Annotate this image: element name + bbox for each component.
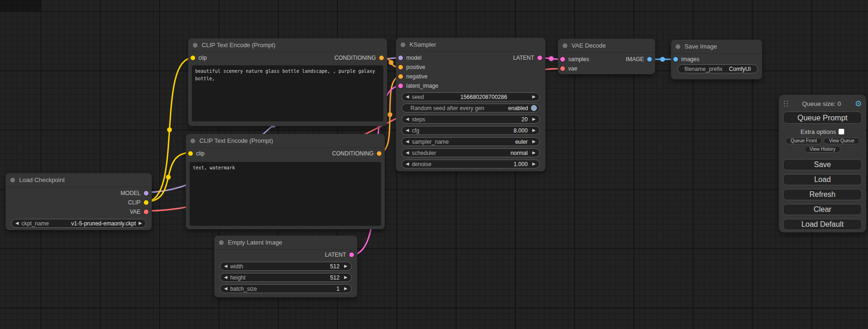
widget-height[interactable]: ◀ height 512 ▶	[220, 273, 352, 282]
arrow-left-icon[interactable]: ◀	[406, 128, 409, 133]
arrow-right-icon[interactable]: ▶	[532, 95, 536, 99]
widget-batch-size[interactable]: ◀ batch_size 1 ▶	[220, 284, 352, 293]
widget-width[interactable]: ◀ width 512 ▶	[220, 262, 352, 271]
arrow-right-icon[interactable]: ▶	[532, 162, 536, 166]
collapse-dot-icon[interactable]	[401, 42, 405, 47]
input-port-images[interactable]	[673, 57, 678, 62]
widget-random-seed-toggle[interactable]: Random seed after every gen enabled	[402, 104, 540, 112]
widget-label: sampler_name	[412, 139, 449, 145]
node-header[interactable]: Save Image	[671, 40, 762, 54]
widget-steps[interactable]: ◀ steps 20 ▶	[402, 115, 540, 124]
collapse-dot-icon[interactable]	[193, 43, 198, 48]
output-label-conditioning: CONDITIONING	[332, 150, 374, 157]
view-history-button[interactable]: View History	[804, 146, 840, 153]
arrow-right-icon[interactable]: ▶	[344, 275, 347, 280]
arrow-right-icon[interactable]: ▶	[532, 151, 536, 155]
link-midpoint-dot-image-to-save	[660, 57, 665, 62]
view-queue-button[interactable]: View Queue	[824, 138, 859, 144]
save-button[interactable]: Save	[783, 159, 862, 170]
collapse-dot-icon[interactable]	[191, 139, 195, 143]
output-label-model: MODEL	[120, 190, 141, 196]
queue-front-button[interactable]: Queue Front	[785, 138, 822, 144]
queue-panel[interactable]: Queue size: 0 ⚙ Queue Prompt Extra optio…	[779, 95, 866, 232]
node-header[interactable]: Empty Latent Image	[214, 236, 357, 250]
input-label-positive: positive	[406, 64, 425, 70]
arrow-left-icon[interactable]: ◀	[406, 140, 409, 144]
arrow-right-icon[interactable]: ▶	[532, 128, 536, 133]
node-header[interactable]: KSampler	[396, 38, 545, 52]
input-port-vae[interactable]	[560, 66, 565, 71]
collapse-dot-icon[interactable]	[563, 43, 567, 48]
input-label-images: images	[681, 56, 699, 63]
node-title: KSampler	[409, 41, 436, 48]
arrow-left-icon[interactable]: ◀	[224, 275, 227, 280]
arrow-left-icon[interactable]: ◀	[406, 95, 409, 99]
output-port-latent[interactable]	[349, 252, 354, 257]
arrow-right-icon[interactable]: ▶	[344, 287, 347, 291]
queue-prompt-button[interactable]: Queue Prompt	[783, 112, 862, 124]
output-label-image: IMAGE	[626, 56, 644, 63]
widget-cfg[interactable]: ◀ cfg 8.000 ▶	[402, 126, 540, 135]
node-clip-text-encode-positive[interactable]: CLIP Text Encode (Prompt) clip CONDITION…	[188, 38, 387, 126]
collapse-dot-icon[interactable]	[676, 44, 680, 49]
node-ksampler[interactable]: KSampler model LATENT positive negative …	[396, 38, 545, 171]
widget-scheduler[interactable]: ◀ scheduler normal ▶	[402, 148, 540, 157]
toggle-knob-icon[interactable]	[531, 105, 537, 111]
arrow-left-icon[interactable]: ◀	[224, 287, 227, 291]
input-port-samples[interactable]	[560, 57, 565, 62]
link-midpoint-dot-negative-conditioning	[388, 112, 392, 117]
load-button[interactable]: Load	[783, 174, 862, 185]
arrow-right-icon[interactable]: ▶	[532, 117, 536, 121]
gear-icon[interactable]: ⚙	[855, 100, 862, 108]
output-port-latent[interactable]	[537, 56, 542, 60]
refresh-button[interactable]: Refresh	[783, 189, 862, 200]
widget-sampler-name[interactable]: ◀ sampler_name euler ▶	[402, 137, 540, 146]
collapse-dot-icon[interactable]	[10, 178, 15, 182]
widget-denoise[interactable]: ◀ denoise 1.000 ▶	[402, 160, 540, 168]
widget-label: denoise	[412, 161, 431, 168]
input-port-positive[interactable]	[398, 65, 403, 70]
input-port-latent-image[interactable]	[398, 84, 403, 88]
input-port-model[interactable]	[398, 56, 403, 60]
collapse-dot-icon[interactable]	[219, 240, 224, 245]
node-header[interactable]: CLIP Text Encode (Prompt)	[186, 134, 385, 148]
output-port-image[interactable]	[647, 57, 652, 62]
arrow-left-icon[interactable]: ◀	[406, 151, 409, 155]
output-port-conditioning[interactable]	[379, 56, 384, 60]
output-port-conditioning[interactable]	[377, 151, 381, 156]
arrow-left-icon[interactable]: ◀	[224, 264, 227, 268]
node-load-checkpoint[interactable]: Load Checkpoint MODEL CLIP VAE ◀ ckpt_na…	[6, 173, 152, 230]
arrow-right-icon[interactable]: ▶	[532, 140, 536, 144]
output-port-model[interactable]	[144, 191, 148, 196]
input-port-clip[interactable]	[191, 56, 195, 60]
widget-value: v1-5-pruned-emaonly.ckpt	[71, 220, 136, 227]
drag-handle-icon[interactable]	[784, 101, 788, 106]
extra-options-checkbox[interactable]	[839, 129, 844, 134]
arrow-right-icon[interactable]: ▶	[344, 264, 347, 268]
widget-filename-prefix[interactable]: filename_prefix ComfyUI	[677, 64, 758, 73]
node-header[interactable]: VAE Decode	[558, 39, 655, 53]
load-default-button[interactable]: Load Default	[783, 219, 862, 230]
node-header[interactable]: Load Checkpoint	[6, 173, 152, 187]
input-port-negative[interactable]	[398, 74, 403, 79]
input-port-clip[interactable]	[188, 151, 193, 156]
arrow-right-icon[interactable]: ▶	[139, 221, 142, 225]
prompt-text-area[interactable]: text, watermark	[190, 162, 381, 226]
output-port-clip[interactable]	[144, 200, 148, 205]
arrow-left-icon[interactable]: ◀	[406, 117, 409, 121]
arrow-left-icon[interactable]: ◀	[406, 162, 409, 166]
node-header[interactable]: CLIP Text Encode (Prompt)	[188, 38, 387, 52]
input-label-model: model	[406, 55, 422, 61]
clear-button[interactable]: Clear	[783, 204, 862, 215]
output-port-vae[interactable]	[144, 210, 148, 214]
node-empty-latent-image[interactable]: Empty Latent Image LATENT ◀ width 512 ▶ …	[214, 236, 357, 297]
prompt-text-area[interactable]: beautiful scenery nature glass bottle la…	[192, 65, 383, 121]
node-clip-text-encode-negative[interactable]: CLIP Text Encode (Prompt) clip CONDITION…	[186, 134, 385, 229]
arrow-left-icon[interactable]: ◀	[15, 221, 19, 225]
widget-seed[interactable]: ◀ seed 156680208700286 ▶	[402, 92, 540, 101]
input-label-clip: clip	[198, 55, 207, 61]
node-title: Save Image	[685, 43, 717, 50]
node-vae-decode[interactable]: VAE Decode samples IMAGE vae	[558, 39, 655, 74]
node-save-image[interactable]: Save Image images filename_prefix ComfyU…	[671, 40, 762, 79]
widget-ckpt-name[interactable]: ◀ ckpt_name v1-5-pruned-emaonly.ckpt ▶	[11, 219, 146, 228]
